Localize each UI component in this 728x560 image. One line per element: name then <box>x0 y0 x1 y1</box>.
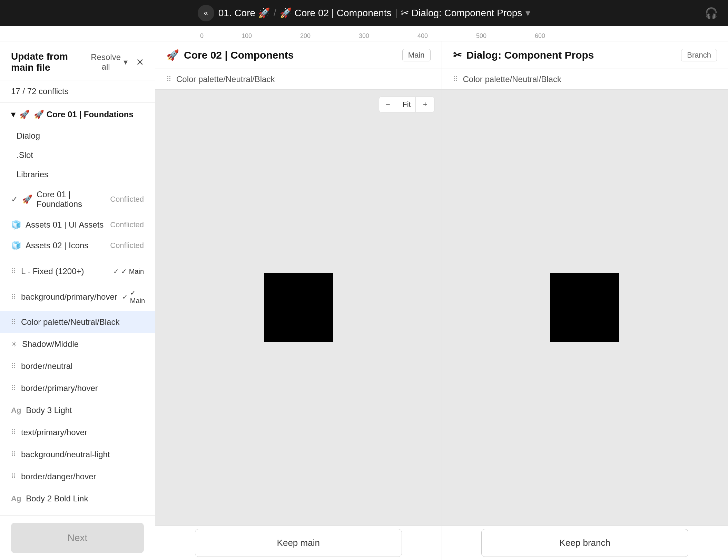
close-icon[interactable]: ✕ <box>136 57 144 68</box>
conflict-emoji-2: 🧊 <box>11 220 21 230</box>
conflict-label-3: Assets 02 | Icons <box>26 241 88 250</box>
list-item-bg-neutral-light[interactable]: ⠿ background/neutral-light <box>0 443 155 466</box>
left-panel-path-row: ⠿ Color palette/Neutral/Black <box>155 69 442 90</box>
list-item-body3-light[interactable]: Ag Body 3 Light <box>0 399 155 421</box>
right-panel: ✂ Dialog: Component Props Branch ⠿ Color… <box>442 41 728 560</box>
main-layout: Update from main file Resolve all ▾ ✕ 17… <box>0 41 728 560</box>
list-item-label-bg-neutral: background/neutral-light <box>21 450 110 459</box>
breadcrumb-sep1: / <box>274 8 276 19</box>
grid-dots-icon-5: ⠿ <box>11 384 16 392</box>
left-canvas-square <box>264 273 333 342</box>
check-icon: ✓ <box>113 267 119 276</box>
zoom-out-button-left[interactable]: − <box>379 97 397 112</box>
ruler-tick-100: 100 <box>242 32 252 40</box>
grid-dots-icon-7: ⠿ <box>11 450 16 459</box>
ruler-tick-0: 0 <box>200 32 204 40</box>
zoom-in-button-left[interactable]: + <box>416 97 434 112</box>
check-icon: ✓ <box>11 194 18 204</box>
list-item-label-bg: background/primary/hover <box>21 292 117 302</box>
section-emoji: 🚀 <box>19 110 30 119</box>
sidebar-title: Update from main file <box>11 51 91 73</box>
grid-dots-icon-2: ⠿ <box>11 293 16 301</box>
list-item-border-neutral[interactable]: ⠿ border/neutral <box>0 355 155 377</box>
list-section: ⠿ L - Fixed (1200+) ✓ ✓ Main ⠿ backgroun… <box>0 256 155 516</box>
grid-dots-icon-8: ⠿ <box>11 472 16 481</box>
right-panel-title: ✂ Dialog: Component Props <box>453 49 594 61</box>
text-icon-2: Ag <box>11 494 21 503</box>
text-icon: Ag <box>11 406 21 415</box>
right-panel-path-row: ⠿ Color palette/Neutral/Black <box>442 69 728 90</box>
list-item-border-danger-hover[interactable]: ⠿ border/danger/hover <box>0 466 155 488</box>
list-item-label-l-fixed: L - Fixed (1200+) <box>21 267 84 276</box>
panels: 🚀 Core 02 | Components Main ⠿ Color pale… <box>155 41 728 560</box>
sidebar-footer: Next <box>0 516 155 560</box>
list-item-label-border-danger: border/danger/hover <box>21 472 96 481</box>
sub-item-libraries[interactable]: Libraries <box>0 165 155 184</box>
list-item-body2-bold-link[interactable]: Ag Body 2 Bold Link <box>0 488 155 510</box>
conflicts-count-row: 17 / 72 conflicts <box>0 80 155 103</box>
conflict-emoji-3: 🧊 <box>11 241 21 250</box>
left-panel-title: 🚀 Core 02 | Components <box>166 49 294 61</box>
right-panel-path: Color palette/Neutral/Black <box>463 74 561 84</box>
resolve-all-button[interactable]: Resolve all ▾ <box>91 52 128 72</box>
list-item-label-text-primary: text/primary/hover <box>21 428 87 437</box>
ruler-tick-500: 500 <box>476 32 486 40</box>
right-panel-title-text: Dialog: Component Props <box>466 49 594 61</box>
sidebar-header: Update from main file Resolve all ▾ ✕ <box>0 41 155 80</box>
ruler-tick-600: 600 <box>535 32 545 40</box>
left-panel-badge: Main <box>402 49 431 61</box>
list-item-border-primary-hover[interactable]: ⠿ border/primary/hover <box>0 377 155 399</box>
back-button[interactable]: « <box>198 5 214 21</box>
next-button[interactable]: Next <box>11 523 144 553</box>
list-item-shadow-middle[interactable]: ☀ Shadow/Middle <box>0 333 155 355</box>
grid-dots-icon-3: ⠿ <box>11 318 16 326</box>
fit-button-left[interactable]: Fit <box>398 97 416 112</box>
list-item-l-fixed[interactable]: ⠿ L - Fixed (1200+) ✓ ✓ Main <box>0 260 155 282</box>
sidebar-content[interactable]: ▾ 🚀 🚀 Core 01 | Foundations Dialog .Slot… <box>0 103 155 516</box>
resolve-all-label: Resolve all <box>91 52 121 72</box>
right-panel-footer: Keep branch <box>442 526 728 560</box>
grid-icon-left: ⠿ <box>166 75 171 83</box>
conflict-item-foundations[interactable]: ✓ 🚀 Core 01 | Foundations Conflicted <box>0 184 155 214</box>
section-foundations[interactable]: ▾ 🚀 🚀 Core 01 | Foundations <box>0 103 155 126</box>
list-item-color-neutral-black[interactable]: ⠿ Color palette/Neutral/Black <box>0 311 155 333</box>
list-item-badge-l-fixed: ✓ ✓ Main <box>113 267 144 276</box>
section-foundations-label: ▾ 🚀 🚀 Core 01 | Foundations <box>11 110 134 119</box>
left-panel: 🚀 Core 02 | Components Main ⠿ Color pale… <box>155 41 442 560</box>
left-panel-path: Color palette/Neutral/Black <box>176 74 275 84</box>
list-item-color-neutral-white[interactable]: ⠿ Color palette/Neutral/White <box>0 510 155 516</box>
grid-icon-right: ⠿ <box>453 75 458 83</box>
right-panel-badge: Branch <box>681 49 717 61</box>
content-area: 🚀 Core 02 | Components Main ⠿ Color pale… <box>155 41 728 560</box>
sub-item-slot[interactable]: .Slot <box>0 146 155 165</box>
collapse-icon: ▾ <box>11 110 15 119</box>
list-item-badge-bg: ✓ ✓ Main <box>122 289 145 305</box>
keep-main-button[interactable]: Keep main <box>195 529 402 557</box>
right-panel-header: ✂ Dialog: Component Props Branch <box>442 41 728 69</box>
ruler: 0 100 200 300 400 500 600 <box>0 26 728 41</box>
sun-icon: ☀ <box>11 340 17 348</box>
dropdown-arrow-icon[interactable]: ▾ <box>525 7 530 19</box>
left-panel-header: 🚀 Core 02 | Components Main <box>155 41 442 69</box>
left-panel-emoji: 🚀 <box>166 49 179 61</box>
conflict-badge-2: Conflicted <box>110 220 144 229</box>
list-item-label-shadow: Shadow/Middle <box>22 339 79 349</box>
breadcrumb-part1: 01. Core 🚀 <box>218 7 270 19</box>
conflict-item-icons[interactable]: 🧊 Assets 02 | Icons Conflicted <box>0 235 155 256</box>
top-bar: « 01. Core 🚀 / 🚀 Core 02 | Components | … <box>0 0 728 26</box>
breadcrumb-part2: 🚀 Core 02 | Components <box>280 7 392 19</box>
conflict-label-2: Assets 01 | UI Assets <box>26 220 104 230</box>
list-item-text-primary-hover[interactable]: ⠿ text/primary/hover <box>0 421 155 443</box>
right-canvas <box>442 90 728 526</box>
breadcrumb-nav: « 01. Core 🚀 / 🚀 Core 02 | Components | … <box>198 5 531 21</box>
resolve-all-arrow-icon: ▾ <box>124 57 128 67</box>
list-item-label-color-black: Color palette/Neutral/Black <box>21 317 119 327</box>
ruler-tick-400: 400 <box>417 32 428 40</box>
sidebar: Update from main file Resolve all ▾ ✕ 17… <box>0 41 155 560</box>
conflict-item-ui-assets[interactable]: 🧊 Assets 01 | UI Assets Conflicted <box>0 214 155 235</box>
list-item-label-border-primary: border/primary/hover <box>21 383 98 393</box>
breadcrumb-part3: ✂ Dialog: Component Props <box>401 7 522 19</box>
keep-branch-button[interactable]: Keep branch <box>481 529 688 557</box>
list-item-bg-primary-hover[interactable]: ⠿ background/primary/hover ✓ ✓ Main <box>0 282 155 311</box>
sub-item-dialog[interactable]: Dialog <box>0 126 155 146</box>
